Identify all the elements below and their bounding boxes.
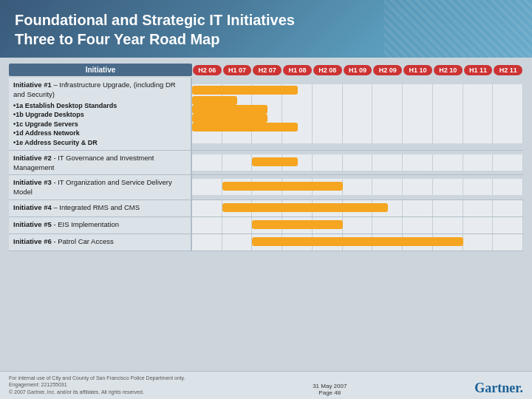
gantt-bar-init6-0: [252, 237, 463, 246]
gantt-bar-init3-0: [222, 182, 343, 191]
period-header-h211: H2 11: [494, 65, 522, 75]
gantt-row-init5: Initiative #5 - EIS Implementation: [9, 217, 523, 234]
gantt-bar-init5-0: [252, 220, 342, 229]
initiative-label-init3: Initiative #3 - IT Organization and Serv…: [9, 175, 192, 200]
timeline-area-init4: [192, 200, 523, 216]
gantt-bar-init1-0: [192, 86, 298, 95]
gantt-bar-init1-4: [192, 123, 298, 132]
timeline-area-init3: [192, 179, 523, 195]
slide: Foundational and Strategic IT Initiative…: [0, 0, 532, 399]
gantt-row-init2: Initiative #2 - IT Governance and Invest…: [9, 151, 523, 176]
footer-legal-text: For internal use of City and County of S…: [9, 375, 185, 395]
gantt-bar-init1-1: [192, 96, 237, 105]
initiative-label-init1: Initiative #1 – Infrastructure Upgrade, …: [9, 78, 192, 150]
title-line1: Foundational and Strategic IT Initiative…: [15, 12, 295, 28]
timeline-area-init5: [192, 217, 523, 233]
gantt-row-init4: Initiative #4 – Integrated RMS and CMS: [9, 200, 523, 217]
period-header-h206: H2 06: [193, 65, 222, 75]
timeline-headers: H2 06H1 07H2 07H1 08H2 08H1 09H2 09H1 10…: [192, 65, 523, 75]
gantt-bar-init4-0: [222, 203, 388, 212]
gantt-row-init6: Initiative #6 - Patrol Car Access: [9, 234, 523, 251]
timeline-area-init2: [192, 154, 523, 171]
gantt-row-init1: Initiative #1 – Infrastructure Upgrade, …: [9, 78, 523, 151]
title-line2: Three to Four Year Road Map: [15, 31, 219, 47]
period-header-h210: H2 10: [434, 65, 463, 75]
period-header-h111: H1 11: [464, 65, 493, 75]
gantt-body: Initiative #1 – Infrastructure Upgrade, …: [9, 78, 523, 251]
period-header-h107: H1 07: [223, 65, 252, 75]
main-content: Initiative H2 06H1 07H2 07H1 08H2 08H1 0…: [0, 58, 532, 254]
header: Foundational and Strategic IT Initiative…: [0, 0, 532, 58]
gantt-bar-init2-0: [252, 157, 297, 166]
initiative-label-init5: Initiative #5 - EIS Implementation: [9, 217, 192, 233]
footer-date-page: 31 May 2007 Page 48: [313, 383, 347, 396]
gantt-bar-init1-3: [192, 114, 267, 123]
footer-brand: Gartner.: [474, 381, 523, 396]
gantt-row-init3: Initiative #3 - IT Organization and Serv…: [9, 175, 523, 200]
initiative-label-init4: Initiative #4 – Integrated RMS and CMS: [9, 200, 192, 216]
period-header-h208: H2 08: [313, 65, 342, 75]
period-header-h110: H1 10: [403, 65, 432, 75]
footer-legal: For internal use of City and County of S…: [9, 375, 185, 396]
gantt-header-row: Initiative H2 06H1 07H2 07H1 08H2 08H1 0…: [9, 64, 523, 76]
timeline-area-init1: [192, 84, 523, 143]
footer: For internal use of City and County of S…: [0, 371, 532, 399]
footer-date: 31 May 2007: [313, 383, 347, 389]
period-header-h109: H1 09: [344, 65, 372, 75]
initiative-label-init6: Initiative #6 - Patrol Car Access: [9, 234, 192, 250]
period-header-h209: H2 09: [373, 65, 402, 75]
initiative-col-header: Initiative: [9, 64, 192, 76]
footer-page: Page 48: [313, 389, 347, 396]
initiative-label-init2: Initiative #2 - IT Governance and Invest…: [9, 151, 192, 175]
header-title: Foundational and Strategic IT Initiative…: [15, 10, 517, 49]
gantt-bar-init1-2: [192, 105, 267, 114]
period-header-h207: H2 07: [253, 65, 282, 75]
period-header-h108: H1 08: [283, 65, 312, 75]
timeline-area-init6: [192, 234, 523, 250]
